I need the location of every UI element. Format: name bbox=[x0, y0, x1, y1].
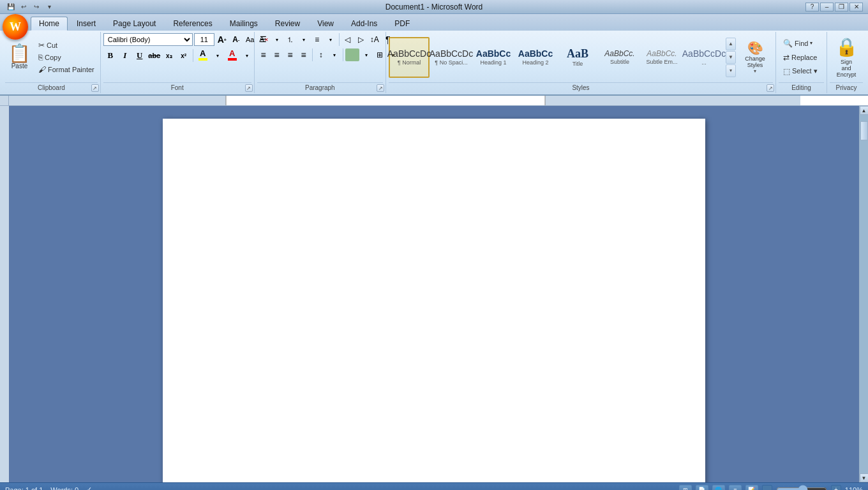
shrink-font-button[interactable]: A- bbox=[230, 33, 243, 46]
styles-more-button[interactable]: ▾ bbox=[726, 64, 736, 77]
styles-scroll-buttons: ▲ ▼ ▾ bbox=[726, 38, 736, 77]
align-left-button[interactable]: ≡ bbox=[257, 48, 270, 61]
italic-button[interactable]: I bbox=[118, 48, 132, 63]
scroll-up-arrow-button[interactable]: ▲ bbox=[860, 106, 869, 115]
tab-view[interactable]: View bbox=[309, 17, 342, 31]
font-color-button[interactable]: A bbox=[225, 48, 240, 63]
tab-addins[interactable]: Add-Ins bbox=[343, 17, 385, 31]
highlight-dropdown-button[interactable]: ▾ bbox=[211, 49, 224, 62]
zoom-level[interactable]: 110% bbox=[845, 486, 863, 491]
style-subtitle[interactable]: AaBbCc. Subtitle bbox=[599, 37, 640, 78]
cut-label: Cut bbox=[47, 41, 57, 49]
line-spacing-button[interactable]: ↕ bbox=[315, 48, 327, 61]
font-name-select[interactable]: Calibri (Body) bbox=[103, 33, 193, 46]
zoom-in-button[interactable]: + bbox=[831, 485, 841, 491]
clipboard-expand-button[interactable]: ↗ bbox=[91, 84, 99, 92]
bullets-button[interactable]: ☰ bbox=[257, 33, 270, 46]
numbering-dropdown-button[interactable]: ▾ bbox=[271, 33, 283, 46]
zoom-out-button[interactable]: – bbox=[762, 485, 772, 491]
multilevel-button[interactable]: ≡ bbox=[311, 33, 324, 46]
outline-view-button[interactable]: ≡ bbox=[729, 485, 742, 491]
style-heading2[interactable]: AaBbCc Heading 2 bbox=[515, 37, 556, 78]
statusbar-right: ⊞ 📄 🌐 ≡ 📝 – + 110% bbox=[679, 485, 863, 491]
clipboard-group-content: 📋 Paste ✂ Cut ⎘ Copy 🖌 Format Painter bbox=[5, 33, 98, 81]
align-center-button[interactable]: ≡ bbox=[271, 48, 283, 61]
paragraph-row2: ≡ ≡ ≡ ≡ ↕ ▾ ▪ ▾ ⊞ ▾ bbox=[257, 48, 400, 61]
window-minimize-button[interactable]: – bbox=[820, 3, 834, 11]
window-restore-button[interactable]: ❐ bbox=[835, 3, 848, 11]
window-close-button[interactable]: ✕ bbox=[849, 3, 863, 11]
underline-button[interactable]: U bbox=[133, 48, 147, 63]
style-heading1[interactable]: AaBbCc Heading 1 bbox=[473, 37, 514, 78]
change-styles-button[interactable]: 🎨 ChangeStyles ▾ bbox=[737, 38, 773, 76]
multilevel-dropdown-button[interactable]: ▾ bbox=[297, 33, 310, 46]
tab-home[interactable]: Home bbox=[31, 17, 68, 31]
font-color-dropdown-button[interactable]: ▾ bbox=[241, 49, 253, 62]
style-normal[interactable]: AaBbCcDc ¶ Normal bbox=[389, 37, 430, 78]
tab-pdf[interactable]: PDF bbox=[386, 17, 418, 31]
style-no-spacing[interactable]: AaBbCcDc ¶ No Spaci... bbox=[431, 37, 472, 78]
document-content[interactable] bbox=[209, 157, 659, 482]
shading-dropdown-button[interactable]: ▾ bbox=[360, 48, 373, 61]
tab-mailings[interactable]: Mailings bbox=[221, 17, 266, 31]
redo-quick-button[interactable]: ↪ bbox=[31, 1, 42, 13]
styles-expand-button[interactable]: ↗ bbox=[767, 84, 774, 92]
web-layout-view-button[interactable]: 🌐 bbox=[712, 485, 725, 491]
find-button[interactable]: 🔍 Find ▾ bbox=[779, 37, 817, 50]
justify-button[interactable]: ≡ bbox=[297, 48, 310, 61]
numbering-button[interactable]: ⒈ bbox=[284, 33, 297, 46]
decrease-indent-button[interactable]: ◁ bbox=[341, 33, 354, 46]
format-painter-label: Format Painter bbox=[48, 66, 94, 73]
tab-page-layout[interactable]: Page Layout bbox=[105, 17, 164, 31]
font-expand-button[interactable]: ↗ bbox=[245, 84, 253, 92]
bold-button[interactable]: B bbox=[103, 48, 117, 63]
format-painter-button[interactable]: 🖌 Format Painter bbox=[35, 64, 98, 75]
tab-insert[interactable]: Insert bbox=[68, 17, 104, 31]
paste-button[interactable]: 📋 Paste bbox=[5, 43, 34, 71]
grow-font-button[interactable]: A+ bbox=[216, 33, 228, 46]
font-size-input[interactable] bbox=[194, 33, 214, 46]
scroll-track[interactable] bbox=[860, 115, 869, 473]
full-reading-view-button[interactable]: 📄 bbox=[696, 485, 708, 491]
undo-quick-button[interactable]: ↩ bbox=[18, 1, 29, 13]
increase-indent-button[interactable]: ▷ bbox=[355, 33, 368, 46]
spell-check-icon[interactable]: ✓ bbox=[86, 486, 92, 490]
sort-button[interactable]: ↕A bbox=[368, 33, 381, 46]
page-status[interactable]: Page: 1 of 1 bbox=[5, 486, 43, 491]
style-title[interactable]: AaB Title bbox=[557, 37, 598, 78]
scroll-down-arrow-button[interactable]: ▼ bbox=[860, 473, 869, 482]
document-page[interactable] bbox=[163, 119, 705, 482]
copy-button[interactable]: ⎘ Copy bbox=[35, 52, 98, 63]
borders-button[interactable]: ⊞ bbox=[373, 48, 386, 61]
styles-scroll-up-button[interactable]: ▲ bbox=[726, 38, 736, 50]
strikethrough-button[interactable]: abc bbox=[147, 48, 161, 63]
tab-references[interactable]: References bbox=[165, 17, 220, 31]
style-more[interactable]: AaBbCcDc ... bbox=[684, 37, 724, 78]
line-spacing-dropdown-button[interactable]: ▾ bbox=[328, 48, 341, 61]
scroll-thumb[interactable] bbox=[860, 121, 868, 140]
document-area[interactable] bbox=[9, 106, 859, 482]
cut-button[interactable]: ✂ Cut bbox=[35, 40, 98, 51]
office-button[interactable]: W bbox=[3, 14, 28, 40]
multilevel2-dropdown-button[interactable]: ▾ bbox=[324, 33, 337, 46]
words-status[interactable]: Words: 0 bbox=[50, 486, 79, 491]
replace-button[interactable]: ⇄ Replace bbox=[779, 51, 821, 64]
text-highlight-button[interactable]: A bbox=[195, 48, 211, 63]
style-subtle-em[interactable]: AaBbCc. Subtle Em... bbox=[641, 37, 682, 78]
vertical-scrollbar[interactable]: ▲ ▼ bbox=[859, 106, 868, 482]
tab-review[interactable]: Review bbox=[267, 17, 308, 31]
zoom-slider[interactable] bbox=[776, 487, 827, 491]
customize-quick-access-button[interactable]: ▾ bbox=[43, 1, 55, 13]
shading-button[interactable]: ▪ bbox=[345, 48, 359, 61]
save-quick-button[interactable]: 💾 bbox=[5, 1, 17, 13]
paragraph-expand-button[interactable]: ↗ bbox=[377, 84, 384, 92]
print-layout-view-button[interactable]: ⊞ bbox=[679, 485, 692, 491]
styles-scroll-down-button[interactable]: ▼ bbox=[726, 51, 736, 64]
draft-view-button[interactable]: 📝 bbox=[745, 485, 758, 491]
superscript-button[interactable]: x² bbox=[177, 48, 191, 63]
align-right-button[interactable]: ≡ bbox=[284, 48, 297, 61]
window-help-button[interactable]: ? bbox=[805, 3, 819, 11]
select-button[interactable]: ⬚ Select ▾ bbox=[779, 65, 822, 78]
subscript-button[interactable]: x₂ bbox=[162, 48, 176, 63]
sign-encrypt-button[interactable]: 🔒 Sign andEncrypt bbox=[830, 33, 864, 81]
